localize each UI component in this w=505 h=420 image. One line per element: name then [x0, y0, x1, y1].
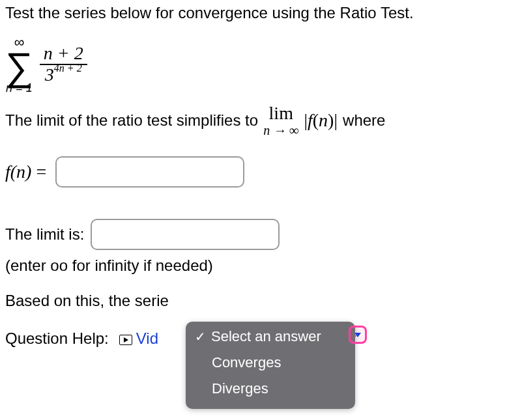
- limit-input[interactable]: [91, 219, 280, 250]
- fraction-den-base: 3: [45, 64, 54, 85]
- limit-input-row: The limit is:: [5, 219, 500, 250]
- help-label: Question Help:: [5, 329, 109, 348]
- dropdown-option-diverges[interactable]: Diverges: [186, 375, 355, 401]
- dropdown-placeholder: Select an answer: [211, 328, 321, 345]
- limit-sentence: The limit of the ratio test simplifies t…: [5, 104, 500, 137]
- fraction-numerator: n + 2: [40, 44, 87, 64]
- fn-input[interactable]: [55, 156, 244, 188]
- dropdown-option-converges[interactable]: Converges: [186, 349, 355, 375]
- dropdown-toggle-icon[interactable]: [349, 326, 367, 344]
- dropdown-header[interactable]: ✓ Select an answer: [186, 322, 355, 349]
- fn-label: f(n) =: [5, 161, 46, 182]
- limit-input-label: The limit is:: [5, 225, 84, 244]
- limit-subscript: n → ∞: [263, 124, 298, 137]
- limit-function-abs: |f(n)|: [304, 110, 338, 131]
- limit-sentence-post: where: [343, 111, 385, 130]
- series-term-fraction: n + 2 34n + 2: [40, 44, 87, 85]
- question-intro: Test the series below for convergence us…: [5, 4, 500, 22]
- limit-hint: (enter oo for infinity if needed): [5, 257, 500, 275]
- video-link[interactable]: Vid: [136, 329, 158, 348]
- sigma-block: ∞ ∑ n = 1: [5, 35, 33, 94]
- conclusion-row: Based on this, the serie: [5, 292, 500, 310]
- fraction-den-exponent: 4n + 2: [54, 63, 82, 74]
- check-icon: ✓: [195, 329, 206, 344]
- sigma-lower-bound: n = 1: [6, 82, 33, 94]
- fn-input-row: f(n) =: [5, 156, 500, 188]
- series-expression: ∞ ∑ n = 1 n + 2 34n + 2: [5, 35, 87, 94]
- answer-dropdown[interactable]: ✓ Select an answer Converges Diverges: [186, 322, 355, 409]
- sigma-icon: ∑: [5, 49, 33, 85]
- conclusion-prefix: Based on this, the serie: [5, 292, 169, 310]
- limit-operator: lim n → ∞: [263, 104, 298, 137]
- chevron-down-icon: [354, 333, 361, 337]
- limit-word: lim: [269, 104, 293, 122]
- limit-sentence-pre: The limit of the ratio test simplifies t…: [5, 111, 258, 130]
- fraction-denominator: 34n + 2: [41, 65, 86, 85]
- video-play-icon: [119, 335, 132, 345]
